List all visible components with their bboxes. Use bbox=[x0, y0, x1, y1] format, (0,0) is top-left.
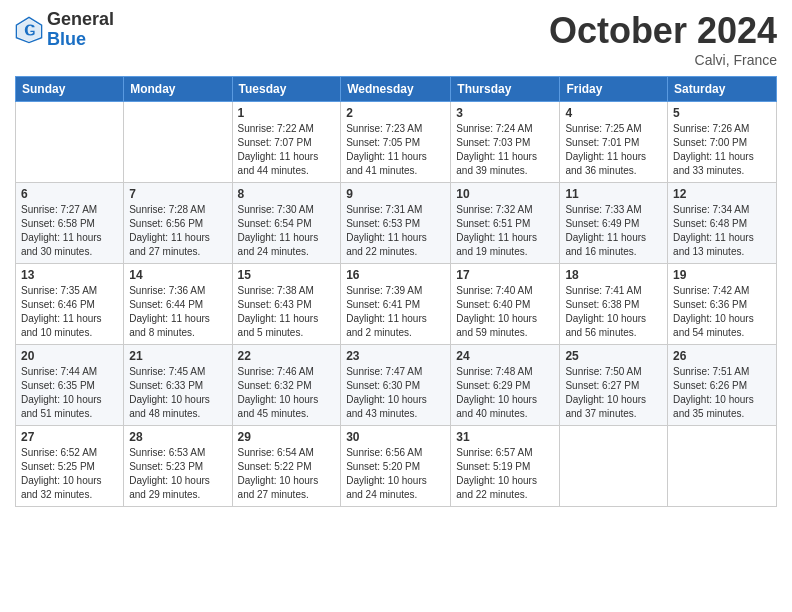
calendar-cell: 19Sunrise: 7:42 AMSunset: 6:36 PMDayligh… bbox=[668, 264, 777, 345]
day-number: 4 bbox=[565, 106, 662, 120]
day-number: 21 bbox=[129, 349, 226, 363]
calendar-cell: 7Sunrise: 7:28 AMSunset: 6:56 PMDaylight… bbox=[124, 183, 232, 264]
col-sunday: Sunday bbox=[16, 77, 124, 102]
page: General Blue October 2024 Calvi, France … bbox=[0, 0, 792, 612]
cell-info: Sunrise: 7:28 AMSunset: 6:56 PMDaylight:… bbox=[129, 203, 226, 259]
calendar-cell: 22Sunrise: 7:46 AMSunset: 6:32 PMDayligh… bbox=[232, 345, 341, 426]
logo-blue-text: Blue bbox=[47, 30, 114, 50]
calendar-cell: 15Sunrise: 7:38 AMSunset: 6:43 PMDayligh… bbox=[232, 264, 341, 345]
day-number: 11 bbox=[565, 187, 662, 201]
cell-info: Sunrise: 7:46 AMSunset: 6:32 PMDaylight:… bbox=[238, 365, 336, 421]
day-number: 15 bbox=[238, 268, 336, 282]
logo-general-text: General bbox=[47, 10, 114, 30]
cell-info: Sunrise: 7:27 AMSunset: 6:58 PMDaylight:… bbox=[21, 203, 118, 259]
calendar-cell: 8Sunrise: 7:30 AMSunset: 6:54 PMDaylight… bbox=[232, 183, 341, 264]
calendar-cell: 2Sunrise: 7:23 AMSunset: 7:05 PMDaylight… bbox=[341, 102, 451, 183]
cell-info: Sunrise: 7:39 AMSunset: 6:41 PMDaylight:… bbox=[346, 284, 445, 340]
day-number: 10 bbox=[456, 187, 554, 201]
calendar-cell: 3Sunrise: 7:24 AMSunset: 7:03 PMDaylight… bbox=[451, 102, 560, 183]
cell-info: Sunrise: 7:23 AMSunset: 7:05 PMDaylight:… bbox=[346, 122, 445, 178]
header: General Blue October 2024 Calvi, France bbox=[15, 10, 777, 68]
col-monday: Monday bbox=[124, 77, 232, 102]
day-number: 7 bbox=[129, 187, 226, 201]
day-number: 14 bbox=[129, 268, 226, 282]
calendar-cell: 17Sunrise: 7:40 AMSunset: 6:40 PMDayligh… bbox=[451, 264, 560, 345]
calendar-cell: 13Sunrise: 7:35 AMSunset: 6:46 PMDayligh… bbox=[16, 264, 124, 345]
cell-info: Sunrise: 6:56 AMSunset: 5:20 PMDaylight:… bbox=[346, 446, 445, 502]
day-number: 1 bbox=[238, 106, 336, 120]
logo: General Blue bbox=[15, 10, 114, 50]
calendar-cell: 1Sunrise: 7:22 AMSunset: 7:07 PMDaylight… bbox=[232, 102, 341, 183]
day-number: 22 bbox=[238, 349, 336, 363]
cell-info: Sunrise: 6:54 AMSunset: 5:22 PMDaylight:… bbox=[238, 446, 336, 502]
calendar-cell: 9Sunrise: 7:31 AMSunset: 6:53 PMDaylight… bbox=[341, 183, 451, 264]
cell-info: Sunrise: 6:57 AMSunset: 5:19 PMDaylight:… bbox=[456, 446, 554, 502]
calendar-week-3: 13Sunrise: 7:35 AMSunset: 6:46 PMDayligh… bbox=[16, 264, 777, 345]
calendar-cell: 23Sunrise: 7:47 AMSunset: 6:30 PMDayligh… bbox=[341, 345, 451, 426]
title-block: October 2024 Calvi, France bbox=[549, 10, 777, 68]
day-number: 25 bbox=[565, 349, 662, 363]
calendar-week-4: 20Sunrise: 7:44 AMSunset: 6:35 PMDayligh… bbox=[16, 345, 777, 426]
cell-info: Sunrise: 7:40 AMSunset: 6:40 PMDaylight:… bbox=[456, 284, 554, 340]
cell-info: Sunrise: 7:51 AMSunset: 6:26 PMDaylight:… bbox=[673, 365, 771, 421]
location: Calvi, France bbox=[549, 52, 777, 68]
cell-info: Sunrise: 7:30 AMSunset: 6:54 PMDaylight:… bbox=[238, 203, 336, 259]
calendar-cell: 27Sunrise: 6:52 AMSunset: 5:25 PMDayligh… bbox=[16, 426, 124, 507]
calendar-cell: 28Sunrise: 6:53 AMSunset: 5:23 PMDayligh… bbox=[124, 426, 232, 507]
calendar-cell bbox=[560, 426, 668, 507]
calendar-cell bbox=[668, 426, 777, 507]
day-number: 3 bbox=[456, 106, 554, 120]
cell-info: Sunrise: 7:26 AMSunset: 7:00 PMDaylight:… bbox=[673, 122, 771, 178]
day-number: 5 bbox=[673, 106, 771, 120]
calendar-cell: 14Sunrise: 7:36 AMSunset: 6:44 PMDayligh… bbox=[124, 264, 232, 345]
calendar-cell: 24Sunrise: 7:48 AMSunset: 6:29 PMDayligh… bbox=[451, 345, 560, 426]
calendar-cell: 25Sunrise: 7:50 AMSunset: 6:27 PMDayligh… bbox=[560, 345, 668, 426]
day-number: 8 bbox=[238, 187, 336, 201]
day-number: 2 bbox=[346, 106, 445, 120]
calendar-cell bbox=[124, 102, 232, 183]
calendar-cell: 6Sunrise: 7:27 AMSunset: 6:58 PMDaylight… bbox=[16, 183, 124, 264]
cell-info: Sunrise: 7:24 AMSunset: 7:03 PMDaylight:… bbox=[456, 122, 554, 178]
calendar-cell: 26Sunrise: 7:51 AMSunset: 6:26 PMDayligh… bbox=[668, 345, 777, 426]
logo-text: General Blue bbox=[47, 10, 114, 50]
cell-info: Sunrise: 7:35 AMSunset: 6:46 PMDaylight:… bbox=[21, 284, 118, 340]
cell-info: Sunrise: 6:52 AMSunset: 5:25 PMDaylight:… bbox=[21, 446, 118, 502]
calendar-cell: 20Sunrise: 7:44 AMSunset: 6:35 PMDayligh… bbox=[16, 345, 124, 426]
calendar-cell: 18Sunrise: 7:41 AMSunset: 6:38 PMDayligh… bbox=[560, 264, 668, 345]
col-thursday: Thursday bbox=[451, 77, 560, 102]
day-number: 28 bbox=[129, 430, 226, 444]
day-number: 27 bbox=[21, 430, 118, 444]
day-number: 23 bbox=[346, 349, 445, 363]
cell-info: Sunrise: 7:31 AMSunset: 6:53 PMDaylight:… bbox=[346, 203, 445, 259]
logo-icon bbox=[15, 16, 43, 44]
day-number: 16 bbox=[346, 268, 445, 282]
calendar-cell bbox=[16, 102, 124, 183]
day-number: 18 bbox=[565, 268, 662, 282]
cell-info: Sunrise: 7:36 AMSunset: 6:44 PMDaylight:… bbox=[129, 284, 226, 340]
month-title: October 2024 bbox=[549, 10, 777, 52]
cell-info: Sunrise: 7:38 AMSunset: 6:43 PMDaylight:… bbox=[238, 284, 336, 340]
calendar-cell: 30Sunrise: 6:56 AMSunset: 5:20 PMDayligh… bbox=[341, 426, 451, 507]
col-wednesday: Wednesday bbox=[341, 77, 451, 102]
cell-info: Sunrise: 7:44 AMSunset: 6:35 PMDaylight:… bbox=[21, 365, 118, 421]
calendar-cell: 21Sunrise: 7:45 AMSunset: 6:33 PMDayligh… bbox=[124, 345, 232, 426]
header-row: Sunday Monday Tuesday Wednesday Thursday… bbox=[16, 77, 777, 102]
cell-info: Sunrise: 7:42 AMSunset: 6:36 PMDaylight:… bbox=[673, 284, 771, 340]
day-number: 6 bbox=[21, 187, 118, 201]
day-number: 30 bbox=[346, 430, 445, 444]
day-number: 13 bbox=[21, 268, 118, 282]
cell-info: Sunrise: 6:53 AMSunset: 5:23 PMDaylight:… bbox=[129, 446, 226, 502]
calendar-cell: 31Sunrise: 6:57 AMSunset: 5:19 PMDayligh… bbox=[451, 426, 560, 507]
calendar-cell: 10Sunrise: 7:32 AMSunset: 6:51 PMDayligh… bbox=[451, 183, 560, 264]
day-number: 29 bbox=[238, 430, 336, 444]
day-number: 24 bbox=[456, 349, 554, 363]
cell-info: Sunrise: 7:22 AMSunset: 7:07 PMDaylight:… bbox=[238, 122, 336, 178]
cell-info: Sunrise: 7:50 AMSunset: 6:27 PMDaylight:… bbox=[565, 365, 662, 421]
cell-info: Sunrise: 7:34 AMSunset: 6:48 PMDaylight:… bbox=[673, 203, 771, 259]
cell-info: Sunrise: 7:45 AMSunset: 6:33 PMDaylight:… bbox=[129, 365, 226, 421]
calendar-week-2: 6Sunrise: 7:27 AMSunset: 6:58 PMDaylight… bbox=[16, 183, 777, 264]
day-number: 17 bbox=[456, 268, 554, 282]
day-number: 12 bbox=[673, 187, 771, 201]
day-number: 20 bbox=[21, 349, 118, 363]
cell-info: Sunrise: 7:41 AMSunset: 6:38 PMDaylight:… bbox=[565, 284, 662, 340]
